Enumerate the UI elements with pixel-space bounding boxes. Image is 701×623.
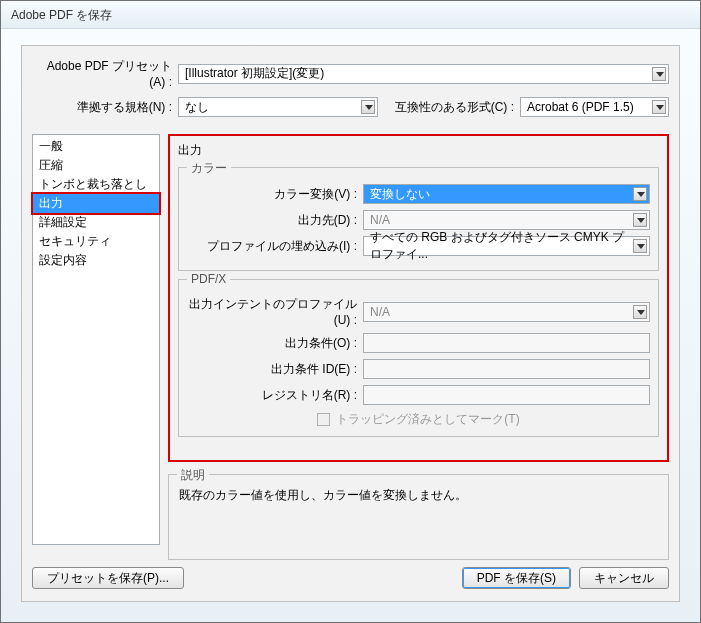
color-group: カラー カラー変換(V) : 変換しない 出力先(D) : N/A: [178, 167, 659, 271]
chevron-down-icon: [633, 305, 647, 319]
intent-select: N/A: [363, 302, 650, 322]
highlight-box: 出力 カラー カラー変換(V) : 変換しない 出力先(D) :: [168, 134, 669, 462]
pdfx-group: PDF/X 出力インテントのプロファイル(U) : N/A 出力条件(O) :: [178, 279, 659, 437]
description-legend: 説明: [177, 467, 209, 484]
description-group: 説明 既存のカラー値を使用し、カラー値を変換しません。: [168, 474, 669, 560]
cond-label: 出力条件(O) :: [187, 335, 357, 352]
compat-label: 互換性のある形式(C) :: [384, 99, 514, 116]
cancel-label: キャンセル: [594, 570, 654, 587]
panel-title: 出力: [178, 142, 659, 159]
compat-value: Acrobat 6 (PDF 1.5): [527, 100, 634, 114]
chevron-down-icon: [633, 187, 647, 201]
window-title: Adobe PDF を保存: [11, 8, 112, 22]
sidebar-item[interactable]: 設定内容: [33, 251, 159, 270]
compat-select[interactable]: Acrobat 6 (PDF 1.5): [520, 97, 669, 117]
dest-label: 出力先(D) :: [187, 212, 357, 229]
color-convert-select[interactable]: 変換しない: [363, 184, 650, 204]
color-legend: カラー: [187, 160, 231, 177]
color-convert-value: 変換しない: [370, 186, 430, 203]
condid-label: 出力条件 ID(E) :: [187, 361, 357, 378]
intent-value: N/A: [370, 305, 390, 319]
profile-embed-select[interactable]: すべての RGB およびタグ付きソース CMYK プロファイ...: [363, 236, 650, 256]
chevron-down-icon: [361, 100, 375, 114]
dialog-window: Adobe PDF を保存 Adobe PDF プリセット(A) : [Illu…: [0, 0, 701, 623]
chevron-down-icon: [652, 67, 666, 81]
dialog-body: Adobe PDF プリセット(A) : [Illustrator 初期設定](…: [21, 45, 680, 602]
cond-input: [363, 333, 650, 353]
sidebar-item[interactable]: トンボと裁ち落とし: [33, 175, 159, 194]
sidebar-item[interactable]: セキュリティ: [33, 232, 159, 251]
save-preset-label: プリセットを保存(P)...: [47, 570, 169, 587]
preset-value: [Illustrator 初期設定](変更): [185, 65, 324, 82]
standard-select[interactable]: なし: [178, 97, 378, 117]
registry-input: [363, 385, 650, 405]
standard-label: 準拠する規格(N) :: [32, 99, 172, 116]
registry-label: レジストリ名(R) :: [187, 387, 357, 404]
chevron-down-icon: [633, 213, 647, 227]
preset-select[interactable]: [Illustrator 初期設定](変更): [178, 64, 669, 84]
dest-value: N/A: [370, 213, 390, 227]
description-text: 既存のカラー値を使用し、カラー値を変換しません。: [179, 487, 658, 504]
profile-embed-label: プロファイルの埋め込み(I) :: [187, 238, 357, 255]
category-sidebar: 一般圧縮トンボと裁ち落とし出力詳細設定セキュリティ設定内容: [32, 134, 160, 545]
standard-value: なし: [185, 99, 209, 116]
color-convert-label: カラー変換(V) :: [187, 186, 357, 203]
chevron-down-icon: [633, 239, 647, 253]
button-bar: プリセットを保存(P)... PDF を保存(S) キャンセル: [32, 567, 669, 589]
pdfx-legend: PDF/X: [187, 272, 230, 286]
dest-select: N/A: [363, 210, 650, 230]
save-pdf-button[interactable]: PDF を保存(S): [462, 567, 571, 589]
save-preset-button[interactable]: プリセットを保存(P)...: [32, 567, 184, 589]
condid-input: [363, 359, 650, 379]
profile-embed-value: すべての RGB およびタグ付きソース CMYK プロファイ...: [370, 229, 633, 263]
cancel-button[interactable]: キャンセル: [579, 567, 669, 589]
sidebar-item[interactable]: 出力: [31, 192, 161, 215]
sidebar-item[interactable]: 一般: [33, 137, 159, 156]
sidebar-item[interactable]: 圧縮: [33, 156, 159, 175]
output-panel: 出力 カラー カラー変換(V) : 変換しない 出力先(D) :: [168, 134, 669, 545]
preset-label: Adobe PDF プリセット(A) :: [32, 58, 172, 89]
save-pdf-label: PDF を保存(S): [477, 570, 556, 587]
title-bar: Adobe PDF を保存: [1, 1, 700, 29]
trapped-label: トラッピング済みとしてマーク(T): [336, 411, 519, 428]
trapped-checkbox: [317, 413, 330, 426]
chevron-down-icon: [652, 100, 666, 114]
sidebar-item[interactable]: 詳細設定: [33, 213, 159, 232]
intent-label: 出力インテントのプロファイル(U) :: [187, 296, 357, 327]
trapped-row: トラッピング済みとしてマーク(T): [187, 411, 650, 428]
